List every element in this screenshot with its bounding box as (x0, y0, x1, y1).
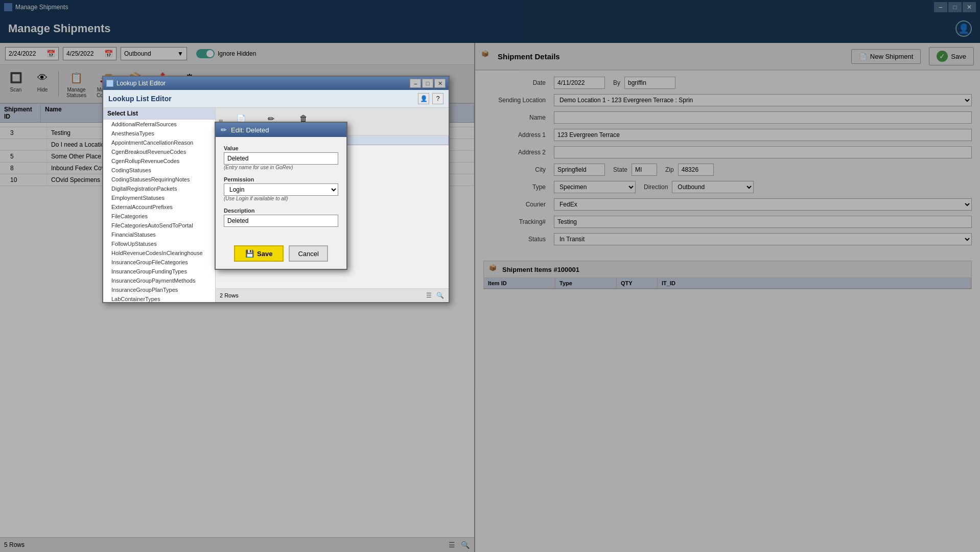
list-item[interactable]: FollowUpStatuses (103, 239, 215, 248)
lookup-titlebar-title: Lookup List Editor (116, 80, 407, 87)
list-item[interactable]: InsuranceGroupFundingTypes (103, 267, 215, 276)
list-item[interactable]: LabContainerTypes (103, 294, 215, 302)
edit-dialog: ✏ Edit: Deleted Value (Entry name for us… (215, 122, 347, 270)
edit-dialog-header: ✏ Edit: Deleted (216, 123, 346, 137)
floppy-icon: 💾 (245, 249, 254, 258)
list-item[interactable]: InsuranceGroupFileCategories (103, 258, 215, 267)
permission-sublabel: (Use Login if available to all) (224, 196, 338, 201)
list-item[interactable]: InsuranceGroupPlanTypes (103, 285, 215, 294)
lookup-titlebar-controls: ‒ □ ✕ (410, 79, 446, 88)
lookup-list-panel-header: Select List (103, 108, 215, 120)
permission-field-row: Permission Login (Use Login if available… (224, 176, 338, 201)
edit-cancel-button[interactable]: Cancel (289, 245, 328, 262)
lookup-status-icons: ☰ 🔍 (424, 291, 445, 300)
list-item[interactable]: EmploymentStatuses (103, 193, 215, 202)
description-field-row: Description (224, 208, 338, 227)
edit-icon: ✏ (221, 126, 227, 134)
lookup-header: Lookup List Editor 👤 ? (103, 90, 449, 108)
edit-cancel-label: Cancel (298, 250, 318, 258)
list-item[interactable]: AdditionalReferralSources (103, 120, 215, 129)
value-input[interactable] (224, 152, 338, 165)
description-input[interactable] (224, 215, 338, 227)
list-item[interactable]: AnesthesiaTypes (103, 129, 215, 138)
lookup-header-icons: 👤 ? (418, 93, 444, 104)
list-item[interactable]: DigitalRegistrationPackets (103, 184, 215, 193)
list-item[interactable]: CodingStatuses (103, 166, 215, 175)
value-sublabel: (Entry name for use in GoRev) (224, 165, 338, 170)
list-item[interactable]: CgenBreakoutRevenueCodes (103, 147, 215, 156)
list-item[interactable]: HoldRevenueCodesInClearinghouse (103, 248, 215, 258)
value-field-row: Value (Entry name for use in GoRev) (224, 145, 338, 170)
lookup-search-icon[interactable]: 🔍 (435, 291, 445, 300)
permission-label: Permission (224, 176, 338, 182)
description-label: Description (224, 208, 338, 214)
lookup-user-icon[interactable]: 👤 (418, 93, 429, 104)
lookup-list-panel: Select List AdditionalReferralSources An… (103, 108, 216, 302)
list-item[interactable]: FileCategories (103, 212, 215, 221)
lookup-row-count: 2 Rows (220, 292, 239, 298)
lookup-titlebar: Lookup List Editor ‒ □ ✕ (103, 77, 449, 90)
lookup-close-button[interactable]: ✕ (434, 79, 446, 88)
list-item[interactable]: CodingStatusesRequiringNotes (103, 175, 215, 184)
list-item[interactable]: AppointmentCancellationReason (103, 138, 215, 147)
lookup-minimize-button[interactable]: ‒ (410, 79, 421, 88)
edit-dialog-body: Value (Entry name for use in GoRev) Perm… (216, 137, 346, 241)
edit-save-label: Save (257, 250, 272, 258)
select-list-header: Select List (107, 110, 138, 117)
list-item[interactable]: ExternalAccountPrefixes (103, 202, 215, 212)
list-item[interactable]: FileCategoriesAutoSendToPortal (103, 221, 215, 230)
edit-save-button[interactable]: 💾 Save (234, 245, 284, 262)
lookup-help-icon[interactable]: ? (432, 93, 444, 104)
list-item[interactable]: FinancialStatuses (103, 230, 215, 239)
edit-dialog-title: Edit: Deleted (231, 126, 269, 134)
lookup-window-icon (106, 80, 113, 87)
lookup-status-bar: 2 Rows ☰ 🔍 (216, 288, 449, 302)
list-item[interactable]: CgenRollupRevenueCodes (103, 156, 215, 166)
edit-dialog-footer: 💾 Save Cancel (216, 241, 346, 269)
permission-select[interactable]: Login (224, 183, 338, 196)
list-item[interactable]: InsuranceGroupPaymentMethods (103, 276, 215, 285)
lookup-list-icon[interactable]: ☰ (424, 291, 433, 300)
lookup-maximize-button[interactable]: □ (422, 79, 433, 88)
lookup-header-title: Lookup List Editor (108, 95, 172, 103)
value-label: Value (224, 145, 338, 151)
